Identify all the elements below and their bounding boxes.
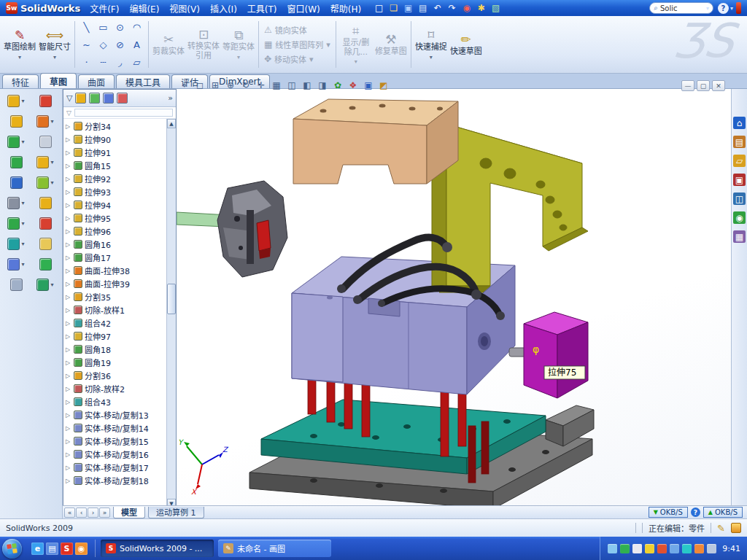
expand-arrow-icon[interactable]: ▷ [66,373,71,379]
tray-icon[interactable] [682,544,692,553]
toolbar-icon[interactable]: ▧ [489,1,503,15]
view-tool-icon[interactable]: ↻ [239,79,252,91]
mold-block-3d[interactable] [292,257,531,394]
status-chip-icon[interactable] [731,523,741,533]
caret-icon[interactable]: ▾ [50,179,53,186]
caret-icon[interactable]: ▾ [355,58,357,65]
tab-nav-button[interactable]: « [64,508,75,518]
feature-tree-item[interactable]: ▷ 切除-放样2 [63,382,166,395]
clamp-unit-3d[interactable] [217,181,287,277]
left-tool-button[interactable]: ▾ [1,114,31,129]
expand-arrow-icon[interactable]: ▷ [66,438,71,445]
ribbon-tab[interactable]: 草图 [40,73,77,88]
feature-tree-item[interactable]: ▷ 曲面-拉伸38 [63,264,166,277]
ribbon-tab[interactable]: 曲面 [78,74,115,88]
panel-overflow-icon[interactable]: » [168,93,173,103]
expand-arrow-icon[interactable]: ▷ [66,215,71,222]
expand-arrow-icon[interactable]: ▷ [66,320,71,327]
left-tool-button[interactable]: ▾ [31,175,60,190]
expand-arrow-icon[interactable]: ▷ [66,451,71,458]
caret-icon[interactable]: ▾ [50,281,53,288]
scroll-thumb[interactable] [167,284,176,314]
caret-icon[interactable]: ▾ [326,40,330,50]
feature-tree-item[interactable]: ▷ 拉伸93 [63,185,166,198]
task-pane-icon[interactable]: ⌂ [733,117,746,129]
sketch-button[interactable]: ✎ 草图绘制 ▾ [3,18,36,71]
caret-icon[interactable]: ▾ [50,118,53,125]
tray-icon[interactable] [620,544,630,553]
feature-tree-item[interactable]: ▷ 圆角16 [63,238,166,251]
left-tool-button[interactable]: ▾ [31,134,60,149]
expand-arrow-icon[interactable]: ▷ [66,254,71,261]
sketch-entity-icon[interactable]: ~ [78,36,95,53]
view-tool-icon[interactable]: ▦ [270,79,283,91]
left-tool-button[interactable]: ▾ [1,236,31,252]
feature-tree-item[interactable]: ▷ 圆角17 [63,251,166,264]
caret-icon[interactable]: ▾ [21,139,24,145]
scroll-up-button[interactable]: ▲ [167,119,176,128]
sketch-entity-icon[interactable]: ◇ [95,36,112,53]
menu-item[interactable]: 工具(T) [242,0,282,17]
expand-arrow-icon[interactable]: ▷ [66,294,71,300]
view-tool-icon[interactable]: ◫ [285,79,298,91]
rapid-sketch-button[interactable]: ✏ 快速草图 [449,18,483,71]
caret-icon[interactable]: ▾ [21,261,24,268]
feature-tree-item[interactable]: ▷ 实体-移动/复制15 [63,435,166,448]
menu-item[interactable]: 插入(I) [205,0,242,17]
toolbar-icon[interactable]: ▣ [401,1,415,15]
view-tool-icon[interactable]: ◧ [301,79,314,91]
feature-tree-item[interactable]: ▷ 实体-移动/复制14 [63,421,166,435]
side-core-block-3d[interactable]: φ [524,312,588,398]
sketch-entity-icon[interactable]: ◞ [112,53,128,71]
view-tool-icon[interactable]: ⊕ [224,79,237,91]
view-tool-icon[interactable]: ⊞ [209,79,222,91]
window-control-button[interactable]: ✕ [712,80,725,91]
help-button[interactable]: ? [718,3,729,14]
feature-tree-item[interactable]: ▷ 圆角15 [63,159,166,172]
view-tool-icon[interactable]: ⌖ [178,79,191,91]
left-tool-button[interactable]: ▾ [1,257,31,272]
expand-arrow-icon[interactable]: ▷ [66,189,71,195]
left-tool-button[interactable]: ▾ [1,93,31,109]
feature-tree-item[interactable]: ▷ 拉伸96 [63,225,166,238]
caret-icon[interactable]: ▾ [430,54,433,61]
task-pane-icon[interactable]: ▦ [733,230,746,243]
feature-tree-item[interactable]: ▷ 实体-移动/复制13 [63,408,166,421]
caret-icon[interactable]: ▾ [237,54,240,61]
quick-launch-icon[interactable]: ▤ [46,542,58,555]
offset-entities-button[interactable]: ⧉ 等距实体 ▾ [222,18,255,71]
expand-arrow-icon[interactable]: ▷ [66,202,71,209]
panel-tab-icon[interactable] [89,93,100,104]
sketch-entity-icon[interactable]: · [78,53,95,71]
expand-arrow-icon[interactable]: ▷ [66,333,71,340]
caret-icon[interactable]: ▾ [21,200,24,206]
caret-icon[interactable]: ▾ [21,220,24,227]
help-badge-icon[interactable]: ? [691,508,700,517]
display-delete-relations-button[interactable]: ⌗ 显示/删除几... ▾ [339,18,373,71]
filter-input[interactable] [74,109,173,117]
toolbar-icon[interactable]: ↶ [430,1,444,15]
smart-dimension-button[interactable]: ⟺ 智能尺寸 ▾ [38,18,71,71]
view-tool-icon[interactable]: ✛ [255,79,268,91]
expand-arrow-icon[interactable]: ▷ [66,136,71,143]
move-entities-button[interactable]: ✥ 移动实体 ▾ [264,53,330,65]
left-tool-button[interactable]: ▾ [31,257,60,272]
expand-arrow-icon[interactable]: ▷ [66,123,71,130]
caret-icon[interactable]: ▾ [21,98,24,104]
left-tool-button[interactable]: ▾ [31,195,60,211]
left-tool-button[interactable]: ▾ [31,114,60,129]
left-tool-button[interactable]: ▾ [1,277,31,292]
tab-nav-button[interactable]: ‹ [76,508,87,518]
feature-tree-item[interactable]: ▷ 拉伸91 [63,146,166,159]
caret-icon[interactable]: ▾ [21,241,24,247]
tray-icon[interactable] [694,544,704,553]
expand-arrow-icon[interactable]: ▷ [66,268,71,274]
top-plate-3d[interactable] [293,99,458,184]
expand-arrow-icon[interactable]: ▷ [66,359,71,366]
mirror-entities-button[interactable]: ⚠ 镜向实体 [264,24,330,36]
tray-icon[interactable] [645,544,654,553]
sketch-entity-icon[interactable]: ▱ [128,53,145,71]
panel-menu-icon[interactable]: ▽ [66,93,72,103]
task-pane-icon[interactable]: ▣ [733,174,746,186]
expand-arrow-icon[interactable]: ▷ [66,346,71,353]
